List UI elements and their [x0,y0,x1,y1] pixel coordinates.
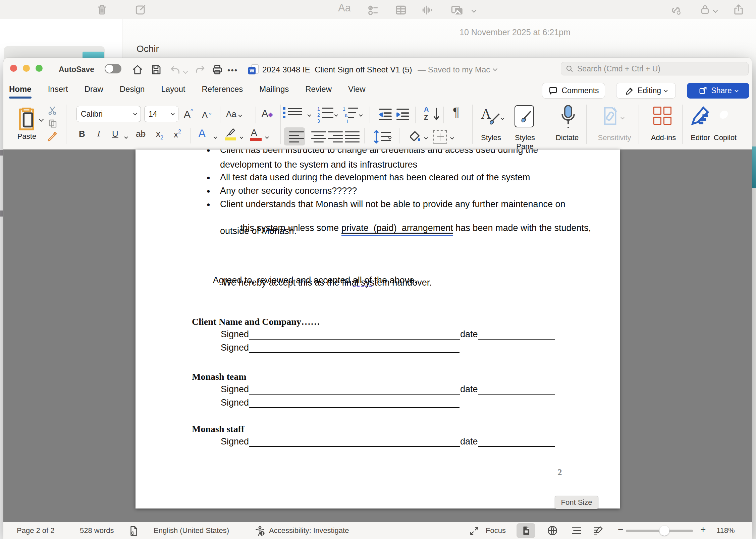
tab-layout[interactable]: Layout [161,84,185,99]
share-button[interactable]: Share [687,83,749,99]
trash-icon[interactable] [96,3,108,17]
dictate-label[interactable]: Dictate [545,133,589,142]
borders-chevron-icon[interactable] [451,135,453,141]
change-case-button[interactable]: Aa [226,109,241,119]
document-page[interactable]: Client has been instructed to change all… [136,149,620,508]
lock-chevron-icon[interactable] [714,7,717,13]
font-color-chevron-icon[interactable] [266,134,268,140]
table-icon[interactable] [394,3,408,18]
focus-button[interactable]: Focus [486,526,506,535]
zoom-percentage[interactable]: 118% [716,526,735,535]
clear-formatting-button[interactable]: A◆ [262,108,273,119]
print-icon[interactable] [211,64,223,77]
print-layout-view-icon[interactable] [521,525,531,538]
tab-design[interactable]: Design [120,84,145,99]
add-link-icon[interactable] [669,3,683,18]
paste-label[interactable]: Paste [13,132,41,141]
increase-indent-button[interactable] [395,107,411,122]
tab-home[interactable]: Home [9,84,32,99]
audio-waveform-icon[interactable] [420,3,434,18]
text-effects-button[interactable]: A [198,127,206,140]
bullets-button[interactable] [288,108,302,115]
autosave-toggle[interactable] [105,64,121,73]
cut-icon[interactable] [47,105,58,117]
saved-status-chevron-icon[interactable] [493,66,497,71]
bullets-chevron-icon[interactable] [308,112,311,118]
tab-draw[interactable]: Draw [85,84,103,99]
focus-icon[interactable] [469,526,480,538]
accessibility-status[interactable]: Accessibility: Investigate [269,526,349,535]
highlight-button[interactable] [224,127,236,139]
search-field[interactable] [561,62,749,75]
bold-button[interactable]: B [79,129,85,139]
underline-chevron-icon[interactable] [125,134,127,140]
format-painter-icon[interactable] [46,131,58,144]
superscript-button[interactable]: x2 [174,129,181,140]
styles-pane-button[interactable] [515,105,534,127]
zoom-button[interactable] [36,65,43,72]
font-color-button[interactable]: A [251,127,257,138]
underline-button[interactable]: U [112,129,118,139]
paste-chevron-icon[interactable] [40,116,43,122]
copilot-label[interactable]: Copilot [710,133,741,142]
share-sheet-icon[interactable] [732,3,745,17]
show-paragraph-marks-button[interactable]: ¶ [453,105,460,120]
font-name-select[interactable]: Calibri [76,106,141,122]
shrink-font-button[interactable]: A⌄ [202,109,213,120]
paste-icon[interactable] [15,105,38,133]
undo-chevron-icon[interactable] [184,68,187,74]
borders-button[interactable] [433,130,447,143]
media-icon[interactable] [450,3,464,19]
page-count[interactable]: Page 2 of 2 [17,526,55,535]
align-right-button[interactable] [328,131,343,142]
text-effects-chevron-icon[interactable] [214,134,217,140]
media-chevron-icon[interactable] [472,7,476,13]
editing-mode-button[interactable]: Editing [616,83,676,99]
save-icon[interactable] [150,64,162,77]
align-left-button[interactable] [289,131,304,142]
home-icon[interactable] [131,64,144,77]
numbering-chevron-icon[interactable] [335,112,337,118]
tab-view[interactable]: View [348,84,366,99]
zoom-out-button[interactable]: − [618,524,623,535]
grow-font-button[interactable]: A^ [184,108,193,120]
close-button[interactable] [10,65,17,72]
compose-icon[interactable] [134,3,147,17]
proofing-status-icon[interactable] [128,525,140,539]
shading-button[interactable] [408,129,422,145]
tab-review[interactable]: Review [305,84,332,99]
format-text-icon[interactable]: Aa [338,2,351,14]
styles-button[interactable]: A [481,106,491,122]
language-status[interactable]: English (United States) [154,526,229,535]
font-size-select[interactable]: 14 [144,106,178,122]
accessibility-icon[interactable] [254,525,266,539]
editor-icon[interactable] [689,105,712,130]
zoom-slider[interactable] [626,530,693,532]
line-spacing-chevron-icon[interactable] [388,135,391,141]
numbering-button[interactable]: 1 2 3 [317,106,320,124]
addins-label[interactable]: Add-ins [644,133,683,142]
comments-button[interactable]: Comments [542,83,605,99]
word-count[interactable]: 528 words [80,526,114,535]
search-input[interactable] [577,64,744,73]
outline-view-icon[interactable] [571,526,582,537]
decrease-indent-button[interactable] [378,107,393,122]
align-center-button[interactable] [311,131,326,142]
multilevel-list-button[interactable]: 1 a i [343,106,348,124]
styles-chevron-icon[interactable] [501,115,504,121]
copy-icon[interactable] [48,118,58,130]
justify-button[interactable] [345,131,360,142]
line-spacing-button[interactable] [372,129,380,145]
multilevel-chevron-icon[interactable] [360,112,362,118]
zoom-slider-knob[interactable] [659,526,669,536]
highlight-chevron-icon[interactable] [240,134,243,140]
tab-mailings[interactable]: Mailings [259,84,289,99]
italic-button[interactable]: I [97,129,100,139]
shading-chevron-icon[interactable] [425,135,427,141]
tab-references[interactable]: References [202,84,243,99]
strikethrough-button[interactable]: ab [136,129,146,139]
lock-icon[interactable] [699,3,711,17]
dictate-button[interactable] [557,104,579,131]
styles-label[interactable]: Styles [472,133,510,142]
addins-icon[interactable] [653,107,671,125]
